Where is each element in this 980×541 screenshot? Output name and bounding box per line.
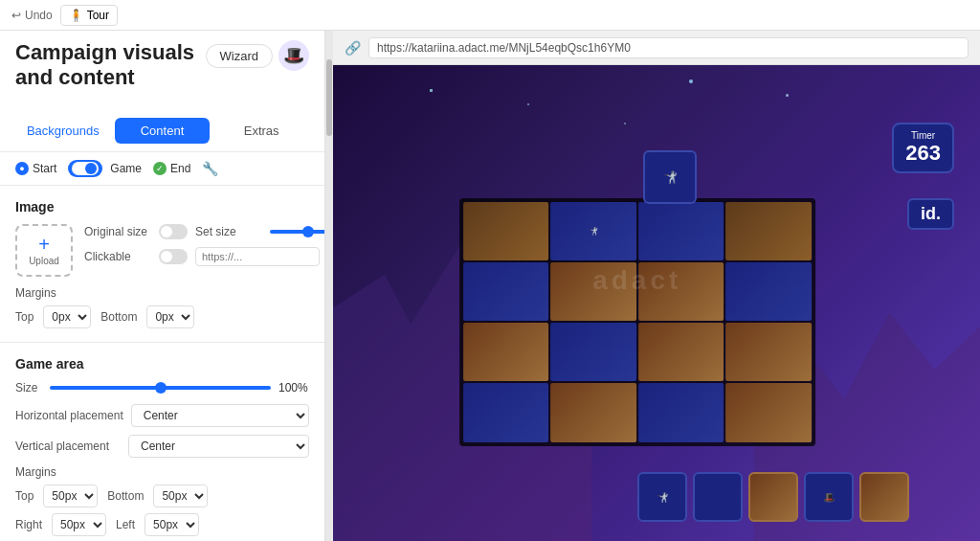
margins-row: Top 0px Bottom 0px xyxy=(15,305,309,328)
game-left-label: Left xyxy=(116,518,135,531)
end-dot: ✓ xyxy=(153,162,167,175)
puzzle-grid: 🤺 xyxy=(459,198,815,445)
game-area-section: Game area Size 100% Horizontal placement… xyxy=(0,343,324,541)
left-panel: Campaign visuals and content Wizard 🎩 Ba… xyxy=(0,31,325,541)
wizard-character: 🎩 xyxy=(278,40,309,71)
timer-bar: Timer 263 xyxy=(892,123,954,173)
upload-label: Upload xyxy=(29,256,59,266)
game-preview: Timer 263 id. 🤺 xyxy=(333,65,980,541)
scrollbar-thumb xyxy=(326,59,332,136)
game-toggle[interactable] xyxy=(68,160,102,177)
piece-1: 🤺 xyxy=(637,472,687,522)
bottom-margin-select[interactable]: 0px xyxy=(146,305,194,328)
piece-2 xyxy=(693,472,743,522)
top-label: Top xyxy=(15,310,33,324)
main-layout: Campaign visuals and content Wizard 🎩 Ba… xyxy=(0,31,980,541)
star-1 xyxy=(430,89,433,92)
start-dot: ● xyxy=(15,162,29,175)
panel-header: Campaign visuals and content Wizard 🎩 xyxy=(0,31,324,110)
clickable-toggle[interactable] xyxy=(159,249,188,264)
clickable-label: Clickable xyxy=(84,250,151,263)
wizard-button[interactable]: Wizard xyxy=(206,44,273,68)
puzzle-cell-3 xyxy=(638,202,724,260)
puzzle-cell-1 xyxy=(463,202,548,260)
main-tabs: Backgrounds Content Extras xyxy=(0,110,324,152)
game-size-percent: 100% xyxy=(278,381,309,394)
horizontal-select[interactable]: CenterLeftRight xyxy=(131,404,309,427)
plus-icon: + xyxy=(38,235,50,254)
original-size-label: Original size xyxy=(84,225,151,238)
star-3 xyxy=(689,79,693,83)
toggle-track xyxy=(72,162,99,175)
timer-item: Timer 263 xyxy=(905,130,941,166)
upload-box[interactable]: + Upload xyxy=(15,224,73,277)
top-margin-select[interactable]: 0px xyxy=(43,305,91,328)
margins-label: Margins xyxy=(15,286,309,300)
toggle-thumb xyxy=(161,226,172,237)
undo-icon: ↩ xyxy=(11,9,21,22)
game-left-select[interactable]: 50px xyxy=(145,513,199,536)
puzzle-cell-4 xyxy=(725,202,811,260)
game-size-row: Size 100% xyxy=(15,381,309,394)
panel-scrollbar[interactable] xyxy=(325,31,333,541)
tab-backgrounds[interactable]: Backgrounds xyxy=(15,118,111,144)
wrench-icon[interactable]: 🔧 xyxy=(202,161,218,176)
game-right-select[interactable]: 50px xyxy=(52,513,106,536)
preview-wrapper: Timer 263 id. 🤺 xyxy=(333,65,980,541)
game-margins-title: Margins xyxy=(15,465,309,479)
image-options: Original size Set size 100% Clickable xyxy=(84,224,325,266)
puzzle-cell-14 xyxy=(550,383,635,441)
phase-end[interactable]: ✓ End xyxy=(153,162,190,175)
puzzle-cell-6 xyxy=(550,262,635,321)
original-size-toggle[interactable] xyxy=(159,224,188,239)
vertical-select[interactable]: CenterTopBottom xyxy=(128,435,309,458)
right-left-margins: Right 50px Left 50px xyxy=(15,513,309,536)
game-right-label: Right xyxy=(15,518,42,531)
star-5 xyxy=(786,94,789,97)
puzzle-cell-5 xyxy=(463,262,548,321)
game-top-label: Top xyxy=(15,489,33,503)
piece-5 xyxy=(859,472,909,522)
phase-start[interactable]: ● Start xyxy=(15,162,56,175)
undo-label: Undo xyxy=(25,9,53,22)
size-slider[interactable] xyxy=(270,230,325,234)
undo-button[interactable]: ↩ Undo xyxy=(11,9,53,22)
id-label: id. xyxy=(921,204,941,223)
clickable-row: Clickable xyxy=(84,247,325,266)
timer-label: Timer xyxy=(911,130,935,141)
end-label: End xyxy=(170,162,190,175)
game-bottom-select[interactable]: 50px xyxy=(153,485,208,507)
puzzle-cell-9 xyxy=(463,323,548,381)
size-slider-row: 100% xyxy=(270,225,325,238)
tab-extras[interactable]: Extras xyxy=(213,118,309,144)
size-label: Size xyxy=(15,381,42,394)
wizard-label: Wizard xyxy=(220,49,258,63)
toggle-thumb xyxy=(85,163,97,174)
horizontal-label: Horizontal placement xyxy=(15,409,123,422)
puzzle-cell-16 xyxy=(725,383,811,441)
puzzle-cell-12 xyxy=(725,323,811,381)
image-row: + Upload Original size Set size 100% xyxy=(15,224,309,277)
address-input[interactable] xyxy=(368,37,969,58)
horizontal-placement-row: Horizontal placement CenterLeftRight xyxy=(15,404,309,427)
start-label: Start xyxy=(33,162,56,175)
set-size-label: Set size xyxy=(195,225,262,238)
top-bottom-margins: Top 50px Bottom 50px xyxy=(15,485,309,507)
puzzle-cell-7 xyxy=(638,262,724,321)
url-input[interactable] xyxy=(195,247,320,266)
right-panel: 🔗 Timer 263 xyxy=(333,31,980,541)
game-top-select[interactable]: 50px xyxy=(43,485,98,507)
tour-button[interactable]: 🧍 Tour xyxy=(60,5,118,26)
puzzle-cell-11 xyxy=(638,323,724,381)
page-title: Campaign visuals and content xyxy=(15,40,206,91)
bottom-pieces: 🤺 🎩 xyxy=(637,472,909,522)
vertical-placement-row: Vertical placement CenterTopBottom xyxy=(15,435,309,458)
top-bar: ↩ Undo 🧍 Tour xyxy=(0,0,980,31)
tab-content[interactable]: Content xyxy=(115,118,211,144)
bottom-label: Bottom xyxy=(100,310,137,324)
phase-game[interactable]: Game xyxy=(68,160,142,177)
game-size-slider[interactable] xyxy=(50,386,271,390)
game-area-title: Game area xyxy=(15,356,309,372)
address-bar: 🔗 xyxy=(333,31,980,65)
margins-area: Margins Top 0px Bottom 0px xyxy=(15,286,309,328)
